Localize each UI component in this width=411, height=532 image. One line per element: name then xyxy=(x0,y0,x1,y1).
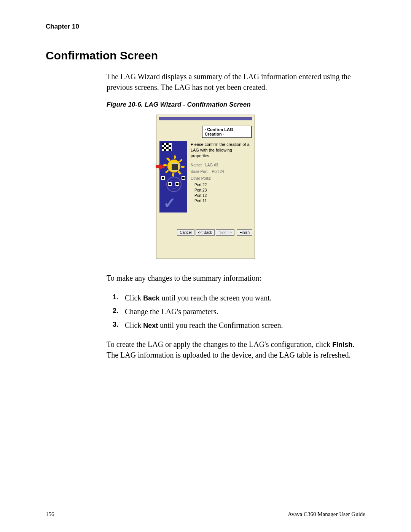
finish-button[interactable]: Finish xyxy=(237,229,252,236)
page-footer: 156 Avaya C360 Manager User Guide xyxy=(46,511,365,518)
baseport-row: Base Port: Port 24 xyxy=(191,169,252,174)
step-bold: Next xyxy=(143,322,158,329)
wizard-title-bar xyxy=(159,117,252,120)
next-button: Next >> xyxy=(216,229,234,236)
closing-bold: Finish xyxy=(332,341,352,348)
svg-rect-7 xyxy=(164,149,166,151)
step-3: 3. Click Next until you reach the Confir… xyxy=(107,319,365,331)
svg-rect-1 xyxy=(162,143,164,145)
port-item: Port 23 xyxy=(191,188,252,193)
section-title: Confirmation Screen xyxy=(46,49,365,62)
svg-rect-4 xyxy=(169,145,171,147)
node-icon xyxy=(161,176,165,180)
intro-paragraph: The LAG Wizard displays a summary of the… xyxy=(107,71,365,93)
wizard-heading-text: Confirm LAG Creation xyxy=(205,127,233,136)
name-label: Name: xyxy=(191,163,202,168)
baseport-value: Port 24 xyxy=(212,169,224,174)
wizard-lead-text: Please confirm the creation of a LAG wit… xyxy=(191,142,252,159)
svg-rect-8 xyxy=(169,149,171,151)
port-item: Port 12 xyxy=(191,193,252,198)
step-number: 3. xyxy=(113,319,118,330)
port-item: Port 11 xyxy=(191,198,252,204)
svg-rect-2 xyxy=(166,143,169,145)
checkmark-icon: ✓ xyxy=(163,194,176,212)
port-icon xyxy=(171,163,178,171)
name-value: LAG #3 xyxy=(205,163,218,168)
closing-paragraph: To create the LAG or apply the changes t… xyxy=(107,339,365,360)
step-1: 1. Click Back until you reach the screen… xyxy=(107,292,365,304)
step-text: until you reach the Confirmation screen. xyxy=(158,321,283,329)
steps-list: 1. Click Back until you reach the screen… xyxy=(107,292,365,331)
closing-text: To create the LAG or apply the changes t… xyxy=(107,340,332,348)
checkered-flag-icon xyxy=(162,143,172,151)
page-number: 156 xyxy=(46,511,54,518)
wizard-side-graphic: ✓ xyxy=(159,141,187,212)
wizard-button-row: Cancel << Back Next >> Finish xyxy=(156,227,255,238)
step-bold: Back xyxy=(143,294,159,302)
step-text: Change the LAG's parameters. xyxy=(125,307,218,316)
back-button[interactable]: << Back xyxy=(196,229,215,236)
step-number: 2. xyxy=(113,305,118,316)
wizard-heading: · Confirm LAG Creation · xyxy=(202,126,252,138)
lag-wizard-dialog: · Confirm LAG Creation · xyxy=(156,115,255,259)
port-item: Port 22 xyxy=(191,182,252,188)
otherports-label: Other Ports: xyxy=(191,176,211,181)
figure-caption: Figure 10-6. LAG Wizard - Confirmation S… xyxy=(107,101,365,109)
chapter-label: Chapter 10 xyxy=(46,23,365,30)
wizard-content: Please confirm the creation of a LAG wit… xyxy=(187,141,252,212)
step-text: Click xyxy=(125,321,143,329)
step-text: until you reach the screen you want. xyxy=(159,294,271,302)
svg-rect-5 xyxy=(162,147,164,149)
header-rule xyxy=(46,39,365,39)
cancel-button[interactable]: Cancel xyxy=(177,229,194,236)
step-number: 1. xyxy=(113,292,118,303)
svg-rect-3 xyxy=(164,145,166,147)
step-text: Click xyxy=(125,294,143,302)
changes-intro: To make any changes to the summary infor… xyxy=(107,273,365,283)
node-icon xyxy=(182,176,185,180)
step-2: 2. Change the LAG's parameters. xyxy=(107,305,365,318)
baseport-label: Base Port: xyxy=(191,169,209,174)
other-ports-list: Port 22 Port 23 Port 12 Port 11 xyxy=(191,182,252,204)
otherports-row: Other Ports: xyxy=(191,176,252,181)
figure-wrapper: · Confirm LAG Creation · xyxy=(46,115,365,259)
name-row: Name: LAG #3 xyxy=(191,163,252,168)
node-icon xyxy=(175,182,179,186)
book-title: Avaya C360 Manager User Guide xyxy=(288,511,365,518)
node-icon xyxy=(168,182,172,186)
arrow-icon xyxy=(159,164,166,170)
page: Chapter 10 Confirmation Screen The LAG W… xyxy=(0,0,411,532)
svg-rect-6 xyxy=(166,147,169,149)
